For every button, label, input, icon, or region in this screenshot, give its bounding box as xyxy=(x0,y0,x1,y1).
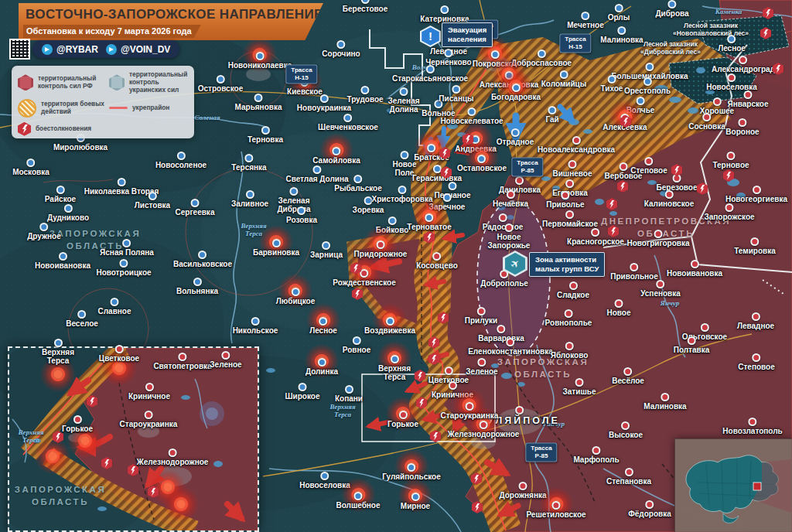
legend-item-label: территориальный контроль сил РФ xyxy=(38,75,109,90)
forest-reserve-label: Лесной заказник «Дибровский лес» xyxy=(640,40,701,56)
road-badge: Трасса Р-85 xyxy=(511,157,543,176)
explosion-effect xyxy=(67,423,103,459)
hex-blue-icon xyxy=(109,74,125,90)
road-badge: Трасса Р-85 xyxy=(525,442,557,462)
title-banner: ВОСТОЧНО-ЗАПОРОЖСКОЕ НАПРАВЛЕНИЕ Обстано… xyxy=(19,3,323,40)
drone-glyph: ✈ xyxy=(507,256,522,271)
road-badge: Трасса Н-15 xyxy=(285,64,317,84)
qr-code[interactable] xyxy=(9,39,30,60)
social-handles-bar: @RYBAR @VOIN_DV xyxy=(32,40,179,58)
region-label: ЗАПОРОЖСКАЯ ОБЛАСТЬ xyxy=(15,484,106,508)
region-label: ЗАПОРОЖСКАЯ ОБЛАСТЬ xyxy=(50,228,141,252)
handle-label: @RYBAR xyxy=(56,44,98,55)
legend-item: укрепрайон xyxy=(109,99,196,118)
hex-red-icon xyxy=(18,74,33,90)
situation-map: БерестовоеКатериновкаСорочиноНовониколае… xyxy=(0,0,792,532)
hex-lightning-icon xyxy=(18,122,31,136)
road-badge: Трасса Н-15 xyxy=(559,33,591,53)
river-label: Янчур xyxy=(661,299,679,307)
map-location-marker xyxy=(753,483,761,490)
legend-item: территория боевых действий xyxy=(18,99,109,118)
handle-label: @VOIN_DV xyxy=(121,44,170,55)
river-label: Гайчур xyxy=(543,420,565,428)
river-label: Верхняя Терса xyxy=(18,428,43,444)
legend-item-label: территориальный контроль украинских сил xyxy=(129,71,196,94)
qr-modules xyxy=(11,40,29,58)
inset-blue-glow-core xyxy=(206,408,218,420)
handle-rybar[interactable]: @RYBAR xyxy=(42,44,98,55)
explosion-effect xyxy=(163,486,199,522)
explosion-effect xyxy=(101,350,137,386)
explosion-effect xyxy=(40,356,76,392)
inset-map: Верхняя ТерсаЦветковоеСвятопетровкаЗелен… xyxy=(8,346,259,532)
river-label: Каменка xyxy=(715,8,742,15)
legend-panel: территориальный контроль сил РФтерритори… xyxy=(12,66,194,138)
river-label: Соленая xyxy=(194,114,220,121)
telegram-icon xyxy=(42,44,53,55)
line-red-icon xyxy=(109,107,128,109)
exclamation-glyph: ! xyxy=(422,27,439,46)
map-subtitle: Обстановка к исходу 7 марта 2026 года xyxy=(23,25,201,38)
legend-item-label: территория боевых действий xyxy=(41,101,109,116)
vsu-activity-zone xyxy=(477,201,550,356)
legend-item-label: боестолкновения xyxy=(36,125,91,133)
river-label: Волчья xyxy=(412,63,434,71)
forest-reserve-label: Лесной заказник «Новопавловский лес» xyxy=(673,22,749,37)
river-label: Верхняя Терса xyxy=(241,222,266,237)
legend-item-label: укрепрайон xyxy=(132,104,169,112)
circle-hatched-icon xyxy=(18,99,36,118)
legend-item: территориальный контроль украинских сил xyxy=(109,71,196,94)
river-label: Верхняя Терса xyxy=(329,403,355,418)
vsu-zone-badge: Зона активности малых групп ВСУ xyxy=(529,252,605,277)
map-title: ВОСТОЧНО-ЗАПОРОЖСКОЕ НАПРАВЛЕНИЕ xyxy=(19,3,323,22)
region-label: ДНЕПРОПЕТРОВСКАЯ ОБЛАСТЬ xyxy=(601,216,731,240)
minimap-artwork xyxy=(675,439,791,531)
legend-item: боестолкновения xyxy=(18,122,109,136)
region-label: ЗАПОРОЖСКАЯ ОБЛАСТЬ xyxy=(497,356,589,380)
handle-voin-dv[interactable]: @VOIN_DV xyxy=(106,44,170,55)
ukraine-minimap xyxy=(674,438,792,532)
evacuation-badge: Эвакуация населения xyxy=(442,22,493,47)
telegram-icon xyxy=(106,44,117,55)
legend-item: территориальный контроль сил РФ xyxy=(18,71,109,94)
